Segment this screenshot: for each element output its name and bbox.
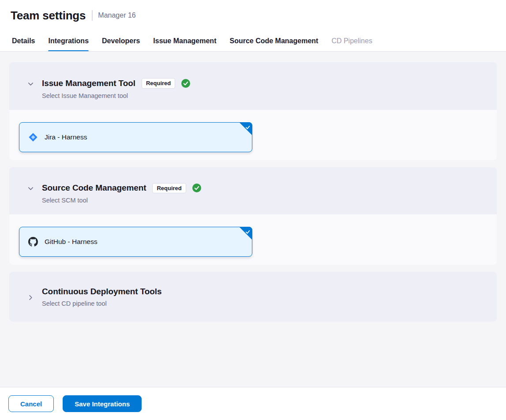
- tool-card-github-harness[interactable]: GitHub - Harness: [19, 227, 252, 257]
- jira-icon: [28, 132, 38, 142]
- tab-cd-pipelines[interactable]: CD Pipelines: [331, 31, 372, 51]
- title-divider: [92, 10, 93, 21]
- section-scm-body: GitHub - Harness: [9, 214, 497, 265]
- tool-card-label: GitHub - Harness: [45, 238, 97, 246]
- chevron-right-icon[interactable]: [27, 294, 34, 301]
- selected-check-icon: [245, 124, 251, 130]
- section-cd-header[interactable]: Continuous Deployment Tools Select CD pi…: [9, 272, 497, 322]
- required-badge: Required: [152, 183, 186, 194]
- app-header: Team settings Manager 16: [0, 0, 506, 31]
- section-title: Issue Management Tool: [42, 79, 135, 88]
- section-issue-management-header[interactable]: Issue Management Tool Required Select Is…: [9, 62, 497, 110]
- footer-action-bar: Cancel Save Integrations: [0, 387, 506, 420]
- tool-card-label: Jira - Harness: [45, 133, 87, 141]
- section-subtitle: Select SCM tool: [42, 197, 201, 204]
- tab-details[interactable]: Details: [12, 31, 35, 51]
- check-circle-icon: [181, 79, 190, 88]
- section-source-code-management: Source Code Management Required Select S…: [9, 167, 497, 265]
- tab-developers[interactable]: Developers: [102, 31, 140, 51]
- page-subtitle: Manager 16: [98, 11, 135, 19]
- integrations-content: Issue Management Tool Required Select Is…: [0, 52, 506, 387]
- section-subtitle: Select Issue Management tool: [42, 92, 190, 99]
- section-continuous-deployment-tools: Continuous Deployment Tools Select CD pi…: [9, 272, 497, 322]
- section-issue-management-tool: Issue Management Tool Required Select Is…: [9, 62, 497, 160]
- required-badge: Required: [142, 78, 175, 89]
- section-subtitle: Select CD pipeline tool: [42, 300, 161, 307]
- cancel-button[interactable]: Cancel: [8, 395, 54, 412]
- tab-integrations[interactable]: Integrations: [48, 31, 89, 51]
- section-scm-header[interactable]: Source Code Management Required Select S…: [9, 167, 497, 215]
- tab-issue-management[interactable]: Issue Management: [153, 31, 216, 51]
- selected-check-icon: [245, 229, 251, 234]
- save-integrations-button[interactable]: Save Integrations: [63, 395, 142, 412]
- chevron-down-icon[interactable]: [27, 80, 34, 87]
- chevron-down-icon[interactable]: [27, 185, 34, 192]
- section-title: Source Code Management: [42, 183, 146, 193]
- tab-source-code-management[interactable]: Source Code Management: [229, 31, 318, 51]
- tab-bar: Details Integrations Developers Issue Ma…: [0, 31, 506, 52]
- page-title: Team settings: [11, 9, 86, 22]
- section-title: Continuous Deployment Tools: [42, 287, 161, 296]
- team-settings-page: Team settings Manager 16 Details Integra…: [0, 0, 506, 420]
- tool-card-jira-harness[interactable]: Jira - Harness: [19, 122, 252, 152]
- section-issue-management-body: Jira - Harness: [9, 110, 497, 160]
- github-icon: [28, 237, 38, 247]
- check-circle-icon: [192, 184, 201, 192]
